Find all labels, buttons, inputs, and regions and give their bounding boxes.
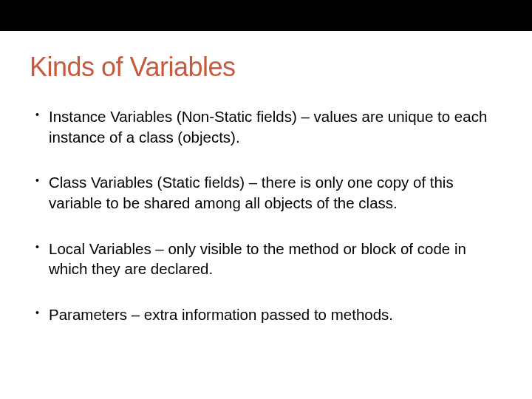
list-item: Local Variables – only visible to the me… — [35, 239, 502, 279]
top-bar — [0, 0, 532, 31]
slide-content: Kinds of Variables Instance Variables (N… — [0, 31, 532, 325]
list-item: Class Variables (Static fields) – there … — [35, 172, 502, 213]
list-item: Instance Variables (Non-Static fields) –… — [35, 106, 502, 147]
bullet-list: Instance Variables (Non-Static fields) –… — [30, 106, 502, 325]
list-item: Parameters – extra information passed to… — [35, 304, 502, 325]
slide-title: Kinds of Variables — [30, 52, 502, 83]
